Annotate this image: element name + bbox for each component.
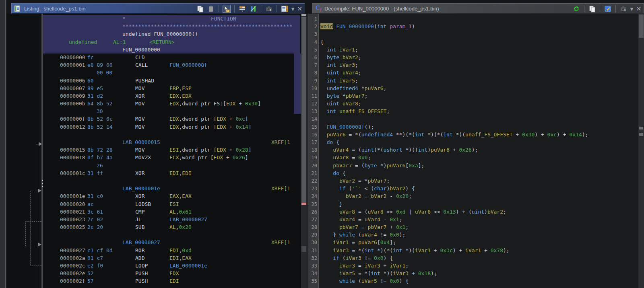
listing-row[interactable]: 000000128b 52 14MOVEDX,dword ptr [EDX + … (6, 123, 301, 131)
decompiler-line[interactable]: 20 pbVar7 = (byte *)puVar6[0xa]; (308, 162, 638, 169)
decompiler-line[interactable]: 12 uint uVar8; (308, 100, 638, 107)
listing-panel[interactable]: *FUNCTION*******************************… (6, 14, 301, 288)
listing-row[interactable]: undefinedAL:1<RETURN> (6, 38, 301, 46)
decompiler-line[interactable]: 1 (308, 15, 638, 23)
listing-row[interactable]: 00000001e8 89 00CALLFUN_0000008f (6, 61, 301, 69)
decompiler-line[interactable]: 18 uVar4 = (uint)*(ushort *)((int)puVar6… (308, 146, 638, 154)
listing-row[interactable]: 30 (6, 107, 301, 115)
line-number: 32 (308, 255, 317, 262)
listing-row[interactable]: *FUNCTION (6, 15, 301, 23)
listing-scrollbar-thumb[interactable] (301, 17, 306, 204)
listing-row[interactable]: LAB_00000015XREF[1 (6, 138, 301, 146)
copy-icon[interactable] (196, 5, 204, 13)
listing-row[interactable] (6, 231, 301, 239)
listing-row[interactable]: 0000002e52PUSHEDX (6, 269, 301, 277)
listing-row[interactable]: 00000027c1 cf 0dROREDI,0xd (6, 247, 301, 254)
listing-row[interactable]: 000000213c 61CMPAL,0x61 (6, 208, 301, 216)
edit-icon[interactable] (604, 5, 612, 13)
decompiler-line[interactable]: 3 (308, 30, 638, 38)
listing-scrollbar[interactable] (301, 14, 307, 288)
dropdown-caret-icon[interactable]: ▼ (630, 7, 634, 11)
listing-row[interactable]: 0000002a01 c7ADDEDI,EAX (6, 254, 301, 262)
listing-row[interactable]: 00 00 (6, 69, 301, 76)
scrollbar-cursor-marker[interactable] (301, 203, 306, 205)
refresh-icon[interactable] (572, 5, 580, 13)
line-number: 1 (308, 15, 317, 23)
cursor-location-icon[interactable] (223, 5, 231, 13)
decompiler-line[interactable]: 22 bVar2 = *pbVar7; (308, 177, 638, 185)
snapshot-icon[interactable] (265, 5, 273, 13)
decompiler-scrollbar-thumb[interactable] (639, 14, 644, 38)
close-icon[interactable]: ✕ (636, 5, 641, 12)
decompiler-line[interactable]: 30 iVar1 = puVar6[0x4]; (308, 239, 638, 246)
left-panel-edge (0, 0, 6, 288)
listing-row[interactable]: 0000000b64 8b 52MOVEDX,dword ptr FS:[EDX… (6, 100, 301, 107)
listing-row[interactable]: 0000000789 e5MOVEBP,ESP (6, 84, 301, 92)
listing-row[interactable]: LAB_00000027XREF[1 (6, 239, 301, 246)
listing-row[interactable]: LAB_0000001eXREF[1 (6, 185, 301, 192)
close-icon[interactable]: ✕ (297, 5, 302, 12)
decompiler-line[interactable]: 35 while (iVar5 != 0x0) { (308, 277, 638, 285)
listing-row[interactable]: 0000000931 d2XOREDX,EDX (6, 92, 301, 100)
decompiler-line[interactable]: 25 } (308, 200, 638, 208)
decompiler-line[interactable]: 8 uint uVar4; (308, 69, 638, 76)
decompiler-line[interactable]: 11 byte *pbVar7; (308, 92, 638, 100)
dropdown-caret-icon[interactable]: ▼ (291, 7, 295, 11)
listing-row[interactable]: 000000180f b7 4aMOVZXECX,word ptr [EDX +… (6, 154, 301, 161)
decompiler-line[interactable]: 34 iVar5 = *(int *)(iVar3 + 0x18); (308, 269, 638, 277)
snapshot-icon[interactable] (619, 5, 627, 13)
decompiler-line[interactable]: 27 uVar4 = uVar4 - 0x1; (308, 216, 638, 223)
listing-row[interactable]: ****************************************… (6, 23, 301, 30)
decompiler-line[interactable]: 5 int iVar1; (308, 46, 638, 53)
decompiler-line[interactable]: 33 iVar3 = iVar3 + iVar1; (308, 262, 638, 269)
decompiler-line[interactable]: 26 uVar8 = (uVar8 >> 0xd | uVar8 << 0x13… (308, 208, 638, 216)
decompiler-line[interactable]: 17 do { (308, 138, 638, 146)
listing-row[interactable]: 0000001e31 c0XOREAX,EAX (6, 192, 301, 200)
listing-row[interactable] (6, 131, 301, 138)
decompiler-panel[interactable]: 12void FUN_00000000(int param_1)34{5 int… (308, 14, 644, 288)
listing-row[interactable]: undefined FUN_00000000() (6, 30, 301, 38)
decompiler-line[interactable]: 15 FUN_0000008f(); (308, 123, 638, 131)
decompiler-scrollbar[interactable] (638, 14, 644, 288)
decompiler-line[interactable]: 31 iVar3 = *(int *)(*(int *)(iVar1 + 0x3… (308, 247, 638, 254)
listing-row[interactable] (6, 177, 301, 185)
listing-row[interactable]: 00000000fcCLD (6, 53, 301, 61)
decompiler-line[interactable]: 10 undefined4 *puVar6; (308, 84, 638, 92)
decompiler-line[interactable]: 7 int iVar3; (308, 61, 638, 69)
field-header-icon[interactable] (238, 5, 246, 13)
decompiler-line[interactable]: 19 uVar8 = 0x0; (308, 154, 638, 161)
decompiler-line[interactable]: 32 if (iVar3 != 0x0) { (308, 254, 638, 262)
listing-row[interactable]: 000000237c 02JLLAB_00000027 (6, 216, 301, 223)
decompiler-line[interactable]: 6 byte bVar2; (308, 53, 638, 61)
listing-row[interactable]: 0000002f57PUSHEDI (6, 277, 301, 285)
listing-row[interactable]: 00000020acLODSBESI (6, 200, 301, 208)
copy-icon[interactable] (588, 5, 596, 13)
decompiler-line[interactable]: 9 int iVar5; (308, 77, 638, 84)
listing-row[interactable]: 0000000660PUSHAD (6, 77, 301, 84)
listing-format-icon[interactable] (281, 5, 289, 13)
decompiler-line[interactable]: 28 pbVar7 = pbVar7 + 0x1; (308, 223, 638, 231)
decompiler-line[interactable]: 13 int unaff_FS_OFFSET; (308, 107, 638, 115)
decompiler-line[interactable]: 23 if ('`' < (char)bVar2) { (308, 185, 638, 192)
decompiler-line[interactable]: 21 do { (308, 169, 638, 177)
listing-row[interactable]: 000000252c 20SUBAL,0x20 (6, 223, 301, 231)
paste-icon[interactable] (207, 5, 215, 13)
decompiler-line[interactable]: 14 (308, 115, 638, 123)
line-number: 22 (308, 177, 317, 185)
listing-window-header[interactable]: Listing: shellcode_ps1.bin (11, 3, 305, 14)
toolbar-separator (234, 5, 235, 12)
listing-row[interactable]: 0000001c31 ffXOREDI,EDI (6, 169, 301, 177)
decompiler-line[interactable]: 4{ (308, 38, 638, 46)
listing-row[interactable]: 0000000f8b 52 0cMOVEDX,dword ptr [EDX + … (6, 115, 301, 123)
listing-row[interactable]: 26 (6, 162, 301, 169)
listing-row[interactable]: FUN_00000000 (6, 46, 301, 53)
listing-row[interactable]: 000000158b 72 28MOVESI,dword ptr [EDX + … (6, 146, 301, 154)
decompiler-line[interactable]: 2void FUN_00000000(int param_1) (308, 23, 638, 30)
decompiler-line[interactable]: 24 bVar2 = bVar2 - 0x20; (308, 192, 638, 200)
decompiler-line[interactable]: 16 puVar6 = *(undefined4 **)(*(int *)(*(… (308, 131, 638, 138)
decompiler-window-header[interactable]: Cf Decompile: FUN_00000000 - (shellcode_… (312, 3, 644, 14)
decompiler-line[interactable]: 29 } while (uVar4 != 0x0); (308, 231, 638, 239)
toolbar-separator (219, 5, 219, 12)
listing-row[interactable]: 0000002ce2 f0LOOPLAB_0000001e (6, 262, 301, 269)
diff-view-icon[interactable] (249, 5, 257, 13)
